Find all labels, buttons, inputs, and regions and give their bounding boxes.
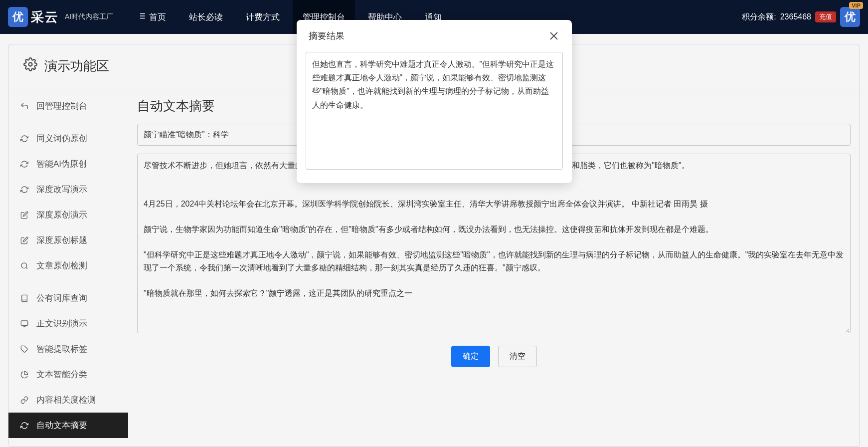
summary-modal: 摘要结果 [297,20,572,183]
close-icon[interactable] [548,30,560,42]
summary-result-textarea[interactable] [306,52,563,170]
modal-body [297,52,572,183]
modal-header: 摘要结果 [297,20,572,52]
modal-title: 摘要结果 [309,30,345,42]
modal-mask[interactable]: 摘要结果 [0,0,868,447]
